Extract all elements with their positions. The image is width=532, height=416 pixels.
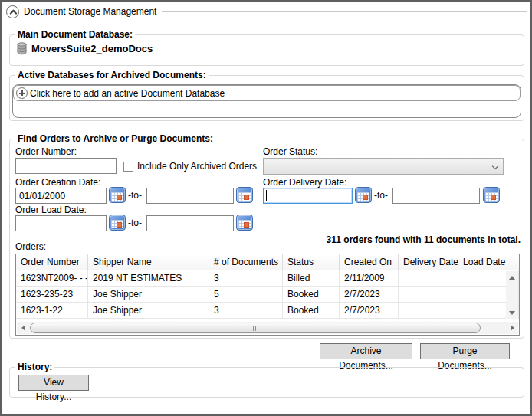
add-database-label: Click here to add an active Document Dat… — [30, 88, 225, 99]
document-storage-management-window: Document Storage Management Main Documen… — [0, 0, 532, 416]
cell-shipper-name: Joe Shipper — [88, 287, 209, 303]
delivery-date-from-input[interactable] — [263, 188, 353, 204]
cell-order-number: 1623NT2009- - - — [16, 270, 88, 287]
creation-date-from-input[interactable] — [15, 188, 107, 204]
arrow-up-icon — [509, 276, 515, 280]
orders-table-header: Order Number Shipper Name # of Documents… — [16, 254, 519, 270]
results-summary: 311 orders found with 11 documents in to… — [327, 234, 521, 245]
column-header-created-on[interactable]: Created On — [340, 254, 399, 270]
creation-date-label: Order Creation Date: — [15, 177, 100, 188]
delivery-date-separator: -to- — [374, 190, 388, 201]
cell-created-on: 2/11/2009 — [340, 270, 399, 287]
order-number-input[interactable] — [15, 158, 117, 174]
creation-date-separator: -to- — [128, 190, 142, 201]
load-date-from-picker-button[interactable] — [109, 215, 126, 231]
load-date-from-input[interactable] — [15, 215, 107, 231]
delivery-date-to-picker-button[interactable] — [483, 187, 500, 203]
delivery-date-label: Order Delivery Date: — [263, 177, 346, 188]
calendar-icon — [109, 215, 126, 231]
cell-created-on: 2/7/2023 — [340, 287, 399, 303]
calendar-icon — [236, 215, 253, 231]
plus-circle-icon — [16, 87, 28, 99]
database-icon — [17, 42, 27, 55]
column-header-shipper-name[interactable]: Shipper Name — [88, 254, 209, 270]
main-database-group-label: Main Document Database: — [15, 29, 135, 40]
cell-created-on: 2/7/2023 — [340, 303, 399, 319]
horizontal-scrollbar-thumb[interactable] — [30, 323, 481, 333]
creation-date-to-picker-button[interactable] — [236, 187, 253, 203]
orders-table: Order Number Shipper Name # of Documents… — [15, 254, 520, 336]
column-header-delivery-date[interactable]: Delivery Date — [399, 254, 458, 270]
column-header-status[interactable]: Status — [283, 254, 340, 270]
cell-shipper-name: 2019 NT ESTIMATES — [88, 270, 209, 287]
include-archived-label: Include Only Archived Orders — [137, 161, 257, 172]
view-history-button[interactable]: View History... — [18, 375, 89, 391]
include-archived-checkbox[interactable] — [123, 162, 133, 172]
delivery-date-to-input[interactable] — [392, 188, 480, 204]
load-date-to-picker-button[interactable] — [236, 215, 253, 231]
archive-documents-button[interactable]: Archive Documents... — [320, 343, 412, 359]
find-orders-group-label: Find Orders to Archive or Purge Document… — [15, 133, 215, 144]
calendar-icon — [355, 187, 372, 203]
load-date-to-input[interactable] — [146, 215, 234, 231]
collapse-button[interactable] — [6, 5, 19, 18]
cell-shipper-name: Joe Shipper — [88, 303, 209, 319]
table-row[interactable]: 1623-1-22 Joe Shipper 3 Booked 2/7/2023 — [16, 303, 519, 319]
column-header-load-date[interactable]: Load Date — [458, 254, 519, 270]
page-title: Document Storage Management — [24, 6, 156, 17]
cell-num-documents: 5 — [209, 287, 283, 303]
arrow-right-icon — [511, 325, 514, 331]
cell-delivery-date — [399, 270, 458, 287]
arrow-left-icon — [21, 325, 25, 331]
creation-date-to-input[interactable] — [146, 188, 234, 204]
order-status-label: Order Status: — [263, 146, 317, 157]
text-cursor — [266, 190, 267, 201]
calendar-icon — [483, 187, 500, 203]
scroll-down-button[interactable] — [506, 306, 518, 319]
cell-order-number: 1623-235-23 — [16, 287, 88, 303]
main-database-row: MoversSuite2_demoDocs — [17, 42, 153, 55]
cell-num-documents: 3 — [209, 270, 283, 287]
scroll-left-button[interactable] — [17, 322, 29, 334]
orders-table-body: 1623NT2009- - - 2019 NT ESTIMATES 3 Bill… — [16, 270, 519, 319]
horizontal-scrollbar[interactable] — [17, 322, 518, 334]
add-database-button[interactable]: Click here to add an active Document Dat… — [13, 85, 521, 101]
arrow-down-icon — [509, 311, 515, 315]
cell-num-documents: 3 — [209, 303, 283, 319]
scroll-right-button[interactable] — [506, 322, 518, 334]
main-database-name: MoversSuite2_demoDocs — [31, 43, 153, 54]
history-group-label: History: — [15, 362, 54, 372]
purge-documents-button[interactable]: Purge Documents... — [420, 343, 510, 359]
order-number-label: Order Number: — [15, 146, 77, 157]
column-header-order-number[interactable]: Order Number — [16, 254, 88, 270]
table-row[interactable]: 1623NT2009- - - 2019 NT ESTIMATES 3 Bill… — [16, 270, 519, 287]
load-date-label: Order Load Date: — [15, 205, 87, 215]
cell-delivery-date — [399, 287, 458, 303]
expander-header: Document Storage Management — [6, 5, 527, 18]
column-header-num-documents[interactable]: # of Documents — [209, 254, 283, 270]
delivery-date-from-picker-button[interactable] — [355, 187, 372, 203]
header-divider — [162, 11, 527, 12]
chevron-down-icon — [492, 163, 498, 169]
cell-status: Booked — [283, 303, 340, 319]
calendar-icon — [109, 187, 126, 203]
scroll-up-button[interactable] — [506, 271, 518, 283]
active-databases-list: Click here to add an active Document Dat… — [12, 84, 521, 118]
vertical-scrollbar[interactable] — [506, 271, 518, 319]
cell-delivery-date — [399, 303, 458, 319]
calendar-icon — [236, 187, 253, 203]
cell-order-number: 1623-1-22 — [16, 303, 88, 319]
cell-status: Booked — [283, 287, 340, 303]
load-date-separator: -to- — [128, 218, 142, 228]
order-status-dropdown[interactable] — [263, 158, 504, 175]
cell-status: Billed — [283, 270, 340, 287]
orders-label: Orders: — [15, 241, 46, 252]
creation-date-from-picker-button[interactable] — [109, 187, 126, 203]
table-row[interactable]: 1623-235-23 Joe Shipper 5 Booked 2/7/202… — [16, 287, 519, 303]
active-databases-group-label: Active Databases for Archived Documents: — [15, 70, 209, 80]
